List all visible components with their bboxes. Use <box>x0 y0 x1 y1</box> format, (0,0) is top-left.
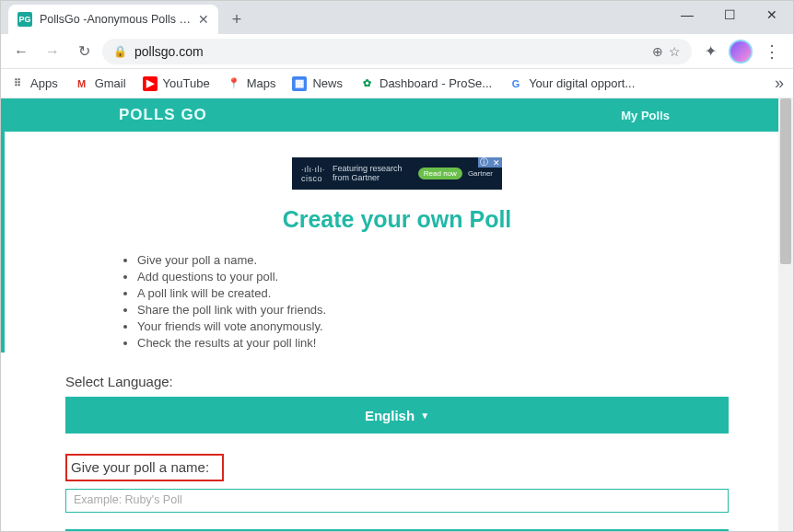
zoom-icon[interactable]: ⊕ <box>652 44 663 59</box>
ad-info-icon[interactable]: ⓘ <box>478 157 490 168</box>
poll-name-label: Give your poll a name: <box>71 459 209 475</box>
youtube-icon: ▶ <box>143 76 158 91</box>
bookmark-youtube[interactable]: ▶ YouTube <box>143 76 210 91</box>
ad-banner[interactable]: ⓘ ✕ ·ılı·ılı·cisco Featuring researchfro… <box>292 157 502 190</box>
ad-brand: ·ılı·ılı·cisco <box>301 165 325 183</box>
browser-titlebar: PG PollsGo -Anonymous Polls for W ✕ + — … <box>1 1 793 34</box>
apps-icon: ⠿ <box>10 76 25 91</box>
poll-name-input[interactable] <box>65 489 729 513</box>
address-bar[interactable]: 🔒 pollsgo.com ⊕ ☆ <box>102 39 692 64</box>
nav-my-polls[interactable]: My Polls <box>621 109 670 122</box>
browser-tab[interactable]: PG PollsGo -Anonymous Polls for W ✕ <box>8 5 218 34</box>
back-button[interactable]: ← <box>8 39 34 64</box>
dashboard-icon: ✿ <box>359 76 374 91</box>
maps-icon: 📍 <box>227 76 241 91</box>
language-dropdown[interactable]: English ▼ <box>65 397 729 434</box>
step-item: Check the results at your poll link! <box>137 336 729 350</box>
window-minimize-button[interactable]: — <box>666 1 708 29</box>
ad-cta-button[interactable]: Read now <box>418 168 462 179</box>
step-item: Add questions to your poll. <box>137 270 729 283</box>
bookmarks-overflow-button[interactable]: » <box>775 74 784 93</box>
bookmark-star-icon[interactable]: ☆ <box>669 44 681 59</box>
tab-close-icon[interactable]: ✕ <box>198 12 209 27</box>
window-maximize-button[interactable]: ☐ <box>708 1 751 29</box>
step-item: Your friends will vote anonymously. <box>137 319 729 333</box>
bookmark-gmail[interactable]: M Gmail <box>75 76 126 91</box>
scrollbar-thumb[interactable] <box>780 98 791 264</box>
extensions-icon[interactable]: ✦ <box>697 39 723 64</box>
tab-title: PollsGo -Anonymous Polls for W <box>40 13 193 26</box>
window-controls: — ☐ ✕ <box>666 1 793 29</box>
steps-list: Give your poll a name. Add questions to … <box>121 253 729 350</box>
page-viewport: POLLS GO My Polls ⓘ ✕ ·ılı·ılı·cisco Fea… <box>1 98 793 532</box>
page-title: Create your own Poll <box>65 206 729 233</box>
step-item: A poll link will be created. <box>137 286 729 300</box>
lock-icon: 🔒 <box>113 45 127 58</box>
reload-button[interactable]: ↻ <box>71 39 97 64</box>
forward-button[interactable]: → <box>40 39 65 64</box>
gmail-icon: M <box>75 76 89 91</box>
site-nav: My Polls <box>621 107 771 123</box>
profile-avatar[interactable] <box>729 40 753 64</box>
language-value: English <box>365 408 415 423</box>
scrollbar-track[interactable] <box>778 98 793 532</box>
window-close-button[interactable]: ✕ <box>751 1 793 29</box>
browser-menu-button[interactable]: ⋮ <box>758 41 786 62</box>
site-header: POLLS GO My Polls <box>1 98 793 132</box>
bookmark-maps[interactable]: 📍 Maps <box>227 76 276 91</box>
bookmark-dashboard[interactable]: ✿ Dashboard - ProSe... <box>359 76 492 91</box>
bookmark-news[interactable]: ▦ News <box>292 76 343 91</box>
google-icon: G <box>508 76 523 91</box>
ad-close-icon[interactable]: ✕ <box>490 157 502 168</box>
main-content: ⓘ ✕ ·ılı·ılı·cisco Featuring researchfro… <box>65 132 729 532</box>
select-language-label: Select Language: <box>65 374 729 389</box>
bookmark-apps[interactable]: ⠿ Apps <box>10 76 58 91</box>
step-item: Share the poll link with your friends. <box>137 303 729 317</box>
news-icon: ▦ <box>292 76 307 91</box>
browser-toolbar: ← → ↻ 🔒 pollsgo.com ⊕ ☆ ✦ ⋮ <box>1 34 793 69</box>
bookmark-google[interactable]: G Your digital opport... <box>508 76 635 91</box>
url-text: pollsgo.com <box>134 44 204 59</box>
bookmarks-bar: ⠿ Apps M Gmail ▶ YouTube 📍 Maps ▦ News ✿… <box>1 69 793 98</box>
tab-favicon: PG <box>18 12 32 27</box>
chevron-down-icon: ▼ <box>420 411 429 421</box>
ad-text: Featuring researchfrom Gartner <box>333 165 403 183</box>
left-accent-strip <box>1 132 5 353</box>
poll-name-label-highlight: Give your poll a name: <box>65 454 224 481</box>
site-logo[interactable]: POLLS GO <box>119 106 207 124</box>
new-tab-button[interactable]: + <box>224 6 250 32</box>
step-item: Give your poll a name. <box>137 253 729 267</box>
ad-gartner-label: Gartner <box>468 169 493 178</box>
